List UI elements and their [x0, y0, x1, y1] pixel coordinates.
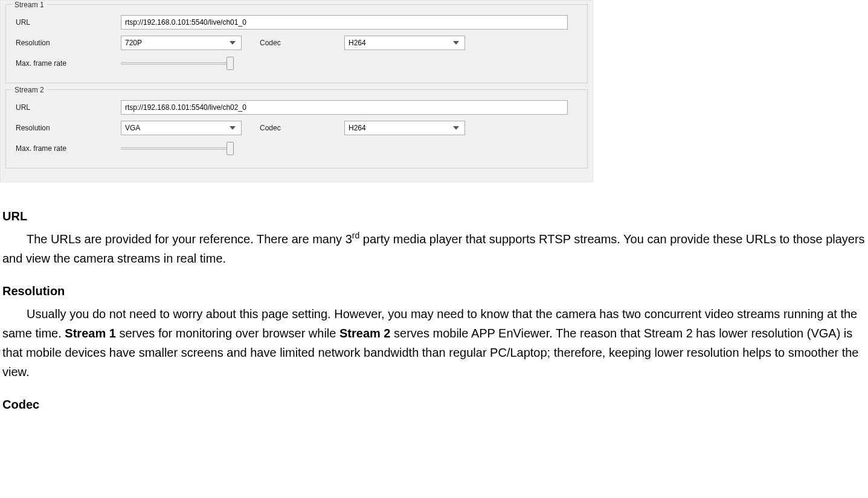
stream-1-framerate-row: Max. frame rate: [12, 55, 581, 72]
stream-2-framerate-slider[interactable]: [121, 141, 242, 156]
stream-2-codec-label: Codec: [242, 124, 344, 132]
stream-2-legend: Stream 2: [12, 86, 47, 94]
chevron-down-icon: [228, 41, 237, 45]
slider-thumb[interactable]: [227, 57, 234, 70]
stream-2-framerate-label: Max. frame rate: [12, 144, 121, 153]
url-paragraph: The URLs are provided for your reference…: [2, 229, 866, 268]
stream-1-legend: Stream 1: [12, 1, 47, 9]
stream-1-fieldset: Stream 1 URL Resolution 720P Codec H264: [5, 4, 588, 83]
stream-2-resolution-label: Resolution: [12, 124, 121, 132]
stream-2-resolution-select[interactable]: VGA: [121, 121, 242, 135]
stream-1-url-label: URL: [12, 18, 121, 27]
resolution-heading: Resolution: [2, 281, 866, 301]
stream-2-codec-value: H264: [349, 124, 451, 132]
stream-1-codec-label: Codec: [242, 39, 344, 47]
chevron-down-icon: [451, 126, 461, 130]
stream-2-url-label: URL: [12, 103, 121, 112]
slider-track: [121, 147, 230, 150]
stream-2-framerate-row: Max. frame rate: [12, 140, 581, 157]
stream-1-framerate-slider[interactable]: [121, 56, 242, 71]
chevron-down-icon: [451, 41, 461, 45]
stream-1-resolution-select[interactable]: 720P: [121, 36, 242, 50]
stream-1-codec-select[interactable]: H264: [344, 36, 465, 50]
url-heading: URL: [2, 206, 866, 226]
stream-1-framerate-label: Max. frame rate: [12, 59, 121, 68]
stream-1-url-input[interactable]: [121, 15, 568, 30]
stream-2-codec-select[interactable]: H264: [344, 121, 465, 135]
stream-2-url-input[interactable]: [121, 100, 568, 115]
codec-heading: Codec: [2, 395, 866, 414]
stream-1-resolution-row: Resolution 720P Codec H264: [12, 34, 581, 51]
resolution-paragraph: Usually you do not need to worry about t…: [2, 304, 866, 381]
stream-2-resolution-row: Resolution VGA Codec H264: [12, 120, 581, 136]
stream-2-fieldset: Stream 2 URL Resolution VGA Codec H264: [5, 89, 588, 168]
stream-1-resolution-value: 720P: [125, 39, 228, 47]
stream-1-codec-value: H264: [349, 39, 451, 47]
stream-1-url-row: URL: [12, 14, 581, 31]
slider-track: [121, 62, 230, 65]
stream-2-resolution-value: VGA: [125, 124, 228, 132]
documentation-text: URL The URLs are provided for your refer…: [0, 206, 868, 414]
stream-2-url-row: URL: [12, 99, 581, 116]
settings-panel: Stream 1 URL Resolution 720P Codec H264: [0, 0, 593, 182]
chevron-down-icon: [228, 126, 237, 130]
stream-1-resolution-label: Resolution: [12, 39, 121, 47]
slider-thumb[interactable]: [227, 142, 234, 155]
